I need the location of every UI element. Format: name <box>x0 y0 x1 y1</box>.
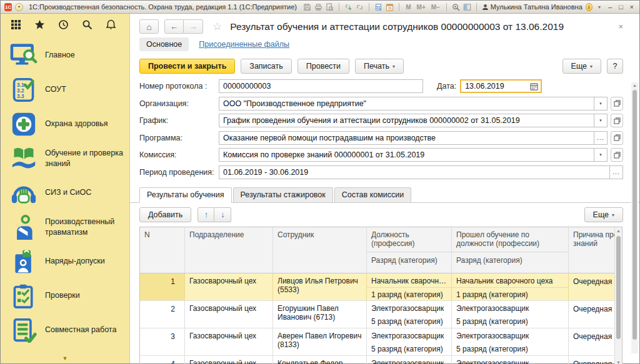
svg-text:3.1: 3.1 <box>17 82 24 87</box>
save-button[interactable]: Записать <box>241 59 291 74</box>
sections-sidebar: Главное 3.13.23.3 СОУТ Охрана здоровья О… <box>1 14 130 363</box>
save-icon[interactable] <box>303 2 311 12</box>
menu-grid-icon[interactable] <box>11 19 21 32</box>
sidebar-item-proverki[interactable]: Проверки <box>1 278 129 313</box>
split-window-icon[interactable] <box>463 2 471 12</box>
back-button[interactable]: ← <box>164 19 184 34</box>
history-icon[interactable] <box>58 19 69 32</box>
inspection-clipboard-icon <box>10 283 38 308</box>
maximize-button[interactable]: □ <box>617 3 624 11</box>
info-icon[interactable]: i <box>586 3 592 11</box>
period-input[interactable]: 01.06.2019 - 30.06.2019 <box>219 165 610 179</box>
program-choose-icon[interactable]: ... <box>594 131 608 145</box>
sidebar-item-label: СОУТ <box>45 84 66 94</box>
sidebar-item-label: Совместная работа <box>45 325 116 335</box>
close-document-icon[interactable]: × <box>618 22 623 31</box>
period-label: Период проведения: <box>139 168 219 177</box>
sidebar-item-siz[interactable]: СИЗ и СиОС <box>1 175 129 210</box>
program-label: Программа: <box>139 134 219 142</box>
print-button[interactable]: Печать▾ <box>355 59 404 74</box>
tab-osnovnoe[interactable]: Основное <box>139 37 189 51</box>
add-link-icon[interactable] <box>344 2 352 12</box>
current-user[interactable]: Мулькина Татьяна Ивановна <box>482 3 582 11</box>
app-window: 1С ▾ 1С:Производственная безопасность. О… <box>0 0 640 364</box>
tab-internship-results[interactable]: Результаты стажировок <box>233 187 333 202</box>
tab-attached-files[interactable]: Присоединенные файлы <box>199 40 289 49</box>
table-row[interactable]: 1 Газосварочный цех Ливцов Илья Петрович… <box>140 273 622 301</box>
post-and-close-button[interactable]: Провести и закрыть <box>139 59 235 74</box>
sidebar-item-label: Обучение и проверка знаний <box>45 148 126 169</box>
sidebar-scroll-more-icon[interactable]: ▼ <box>1 355 129 363</box>
period-choose-icon[interactable]: ... <box>610 165 623 179</box>
program-input[interactable]: Оказание первой помощи пострадавшим на п… <box>219 131 594 145</box>
zoom-icon[interactable] <box>452 2 460 12</box>
forward-button[interactable]: → <box>184 19 203 34</box>
close-window-button[interactable]: × <box>628 3 636 11</box>
schedule-input[interactable]: График проведения обучения и аттестации … <box>219 114 594 127</box>
table-scrollbar[interactable]: ▲ ▼ <box>614 227 622 364</box>
protocol-number-label: Номер протокола : <box>139 82 219 91</box>
schedule-open-icon[interactable] <box>611 114 623 127</box>
table-row[interactable]: 4 Газосварочный цех Кондратьев Федор Эле… <box>140 356 622 364</box>
sidebar-item-obuchenie[interactable]: Обучение и проверка знаний <box>1 141 129 175</box>
system-menu-button[interactable]: ▾ <box>15 3 23 11</box>
form-scrollbar[interactable]: ▲ <box>631 82 638 353</box>
favorite-star-icon[interactable]: ☆ <box>212 20 222 33</box>
date-input[interactable]: 13.06.2019 <box>461 81 527 92</box>
commission-dropdown-icon[interactable]: ▾ <box>594 148 608 162</box>
calendar-icon[interactable]: 31 <box>386 2 394 12</box>
tab-commission-members[interactable]: Состав комиссии <box>334 187 411 202</box>
scroll-up-icon: ▲ <box>615 229 622 233</box>
move-up-button[interactable]: ↑ <box>198 207 214 222</box>
col-department: Подразделение <box>185 227 273 273</box>
training-results-table: N Подразделение Сотрудник Должность (про… <box>139 227 622 364</box>
table-more-button[interactable]: Еще▾ <box>584 207 623 222</box>
links-icon[interactable] <box>356 2 364 12</box>
calculator-icon[interactable] <box>374 2 382 12</box>
print-icon[interactable] <box>314 2 322 12</box>
calendar-picker-icon[interactable] <box>527 81 541 92</box>
sidebar-item-sovmestnaya[interactable]: Совместная работа <box>1 313 129 347</box>
table-row[interactable]: 3 Газосварочный цех Аверен Павел Игореви… <box>140 328 622 356</box>
schedule-dropdown-icon[interactable]: ▾ <box>594 114 608 127</box>
col-grade: Разряд (категория) <box>367 252 451 273</box>
dropdown-arrow-icon: ▾ <box>590 64 592 69</box>
col-trained-grade: Разряд (категория) <box>452 252 568 273</box>
memory-add-button[interactable]: M+ <box>416 4 427 11</box>
sidebar-item-label: СИЗ и СиОС <box>45 187 91 197</box>
more-button[interactable]: Еще▾ <box>562 59 601 74</box>
sidebar-item-glavnoe[interactable]: Главное <box>1 38 129 72</box>
scroll-up-icon: ▲ <box>631 83 638 87</box>
commission-input[interactable]: Комиссия по проверке знаний 000000001 от… <box>219 148 594 162</box>
add-row-button[interactable]: Добавить <box>139 207 191 222</box>
minimize-button[interactable]: – <box>606 3 614 11</box>
sidebar-item-sout[interactable]: 3.13.23.3 СОУТ <box>1 72 129 107</box>
home-button[interactable]: ⌂ <box>139 19 159 34</box>
organization-dropdown-icon[interactable]: ▾ <box>594 97 608 111</box>
sidebar-item-travmatizm[interactable]: Производственный травматизм <box>1 210 129 244</box>
sidebar-item-ohrana-zdorovya[interactable]: Охрана здоровья <box>1 107 129 141</box>
schedule-label: График: <box>139 116 219 125</box>
search-icon[interactable] <box>82 19 92 32</box>
tab-training-results[interactable]: Результаты обучения <box>139 187 232 203</box>
print-preview-icon[interactable] <box>326 2 334 12</box>
sidebar-item-label: Наряды-допуски <box>45 256 105 266</box>
organization-open-icon[interactable] <box>611 97 623 111</box>
move-down-button[interactable]: ↓ <box>214 207 231 222</box>
memory-subtract-button[interactable]: M− <box>430 4 441 11</box>
titlebar-more-icon[interactable]: ▾ <box>596 4 603 10</box>
protocol-number-input[interactable]: 00000000003 <box>219 79 423 93</box>
post-button[interactable]: Провести <box>298 59 349 74</box>
memory-recall-button[interactable]: M <box>404 4 412 11</box>
favorites-icon[interactable] <box>34 19 45 32</box>
organization-input[interactable]: ООО "Производственное предприятие" <box>219 97 594 111</box>
permit-lock-icon <box>10 249 38 274</box>
notifications-bell-icon[interactable] <box>106 19 116 32</box>
svg-text:3.3: 3.3 <box>17 93 24 99</box>
table-row[interactable]: 2 Газосварочный цех Егорушкин Павел Иван… <box>140 301 622 328</box>
sidebar-item-naryady[interactable]: Наряды-допуски <box>1 244 129 278</box>
sidebar-item-label: Главное <box>45 50 75 60</box>
program-open-icon[interactable] <box>611 131 623 145</box>
help-button[interactable]: ? <box>607 59 623 74</box>
commission-open-icon[interactable] <box>611 148 623 162</box>
